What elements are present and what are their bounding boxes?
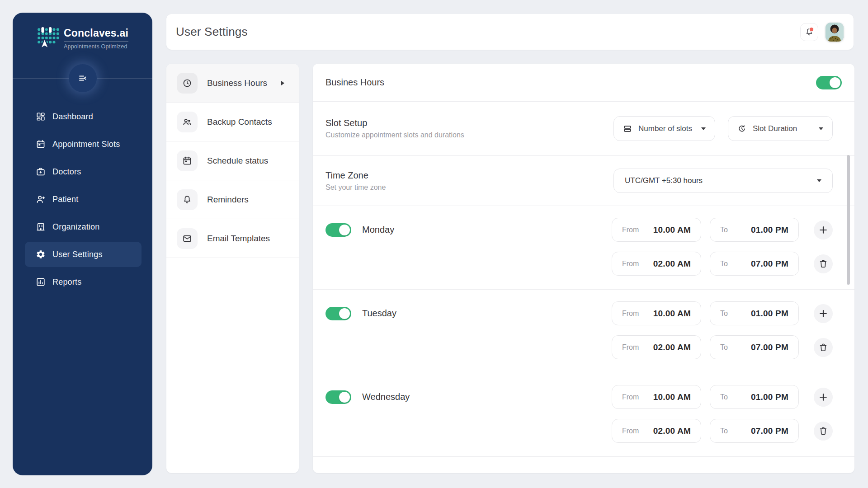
to-time-field[interactable]: To 01.00 PM xyxy=(710,218,799,242)
settings-tab-reminders[interactable]: Reminders xyxy=(166,180,299,219)
app-sidebar: Conclaves.ai Appointments Optimized Dash… xyxy=(13,13,152,475)
plus-icon xyxy=(818,225,829,235)
time-zone-text: Time Zone Set your time zone xyxy=(326,170,386,192)
sidebar-item-doctors[interactable]: Doctors xyxy=(25,159,142,184)
from-time-field[interactable]: From 10.00 AM xyxy=(612,385,701,409)
delete-slot-button[interactable] xyxy=(814,422,833,441)
from-label: From xyxy=(622,226,639,234)
from-time-field[interactable]: From 02.00 AM xyxy=(612,419,701,443)
notifications-button[interactable] xyxy=(800,23,818,41)
slot-row: From 10.00 AM To 01.00 PM xyxy=(612,218,833,242)
sidebar-item-label: Doctors xyxy=(52,167,81,177)
to-value: 07.00 PM xyxy=(751,259,788,269)
day-header: Wednesday xyxy=(326,385,410,409)
sidebar-item-user-settings[interactable]: User Settings xyxy=(25,242,142,267)
to-value: 01.00 PM xyxy=(751,225,788,235)
from-value: 02.00 AM xyxy=(653,259,691,269)
slot-setup-text: Slot Setup Customize appointment slots a… xyxy=(326,118,464,139)
slot-row: From 02.00 AM To 07.00 PM xyxy=(612,419,833,443)
to-time-field[interactable]: To 07.00 PM xyxy=(710,335,799,359)
dashboard-icon xyxy=(35,111,46,122)
to-time-field[interactable]: To 07.00 PM xyxy=(710,252,799,276)
monday-toggle[interactable] xyxy=(326,223,351,237)
from-value: 02.00 AM xyxy=(653,426,691,436)
delete-slot-button[interactable] xyxy=(814,254,833,273)
slot-row: From 10.00 AM To 01.00 PM xyxy=(612,301,833,325)
from-value: 02.00 AM xyxy=(653,343,691,352)
brand-tagline: Appointments Optimized xyxy=(64,43,128,50)
settings-tab-label: Email Templates xyxy=(207,234,270,244)
top-bar: User Settings xyxy=(166,14,854,50)
settings-tab-backup-contacts[interactable]: Backup Contacts xyxy=(166,103,299,141)
sidebar-collapse-button[interactable] xyxy=(69,64,97,92)
dropdown-label: Number of slots xyxy=(638,124,692,133)
settings-tab-business-hours[interactable]: Business Hours xyxy=(166,64,299,103)
sidebar-item-organization[interactable]: Organization xyxy=(25,214,142,239)
sidebar-item-patient[interactable]: Patient xyxy=(25,187,142,212)
brand-logo: Conclaves.ai Appointments Optimized xyxy=(37,27,128,50)
from-label: From xyxy=(622,260,639,268)
from-time-field[interactable]: From 10.00 AM xyxy=(612,218,701,242)
wednesday-toggle[interactable] xyxy=(326,390,351,404)
page: Conclaves.ai Appointments Optimized Dash… xyxy=(0,0,868,488)
collapse-menu-icon xyxy=(77,73,88,84)
sidebar-item-dashboard[interactable]: Dashboard xyxy=(25,104,142,129)
chevron-down-icon xyxy=(819,127,823,130)
to-label: To xyxy=(720,226,728,234)
plus-icon xyxy=(818,392,829,403)
from-time-field[interactable]: From 10.00 AM xyxy=(612,301,701,325)
trash-icon xyxy=(818,259,828,269)
to-time-field[interactable]: To 01.00 PM xyxy=(710,301,799,325)
chevron-down-icon xyxy=(701,127,706,130)
day-section-tuesday: Tuesday From 10.00 AM To 01.00 PM xyxy=(313,290,854,373)
user-avatar[interactable] xyxy=(826,23,844,42)
settings-tab-label: Business Hours xyxy=(207,78,267,88)
slot-row: From 10.00 AM To 01.00 PM xyxy=(612,385,833,409)
to-value: 01.00 PM xyxy=(751,392,788,402)
bar-chart-icon xyxy=(35,277,46,287)
day-slots: From 10.00 AM To 01.00 PM From xyxy=(612,385,833,443)
tuesday-toggle[interactable] xyxy=(326,307,351,320)
slot-row: From 02.00 AM To 07.00 PM xyxy=(612,252,833,276)
time-zone-value: UTC/GMT +5:30 hours xyxy=(625,176,703,185)
day-name: Monday xyxy=(362,225,394,235)
to-time-field[interactable]: To 01.00 PM xyxy=(710,385,799,409)
time-zone-dropdown[interactable]: UTC/GMT +5:30 hours xyxy=(613,169,833,193)
to-label: To xyxy=(720,393,728,401)
delete-slot-button[interactable] xyxy=(814,338,833,357)
settings-tab-email-templates[interactable]: Email Templates xyxy=(166,219,299,258)
number-of-slots-dropdown[interactable]: Number of slots xyxy=(613,116,715,141)
sidebar-item-reports[interactable]: Reports xyxy=(25,269,142,295)
sidebar-item-label: Appointment Slots xyxy=(52,140,120,149)
time-zone-title: Time Zone xyxy=(326,170,386,181)
business-hours-toggle[interactable] xyxy=(816,76,842,89)
settings-tab-schedule-status[interactable]: Schedule status xyxy=(166,141,299,180)
slot-setup-row: Slot Setup Customize appointment slots a… xyxy=(313,102,854,156)
from-time-field[interactable]: From 02.00 AM xyxy=(612,335,701,359)
scrollbar-thumb[interactable] xyxy=(847,155,850,285)
add-slot-button[interactable] xyxy=(814,221,833,239)
business-hours-panel: Busines Hours Slot Setup Customize appoi… xyxy=(313,64,854,473)
brand-divider xyxy=(64,41,128,42)
settings-nav: Business Hours Backup Contacts Schedule … xyxy=(166,64,299,473)
slot-duration-dropdown[interactable]: Slot Duration xyxy=(728,116,833,141)
to-value: 07.00 PM xyxy=(751,426,788,436)
clock-icon xyxy=(177,73,198,94)
sidebar-item-label: User Settings xyxy=(52,250,103,259)
to-label: To xyxy=(720,260,728,268)
chevron-down-icon xyxy=(817,179,821,182)
to-label: To xyxy=(720,427,728,435)
add-slot-button[interactable] xyxy=(814,388,833,407)
rows-icon xyxy=(623,124,632,133)
person-add-icon xyxy=(35,194,46,205)
to-time-field[interactable]: To 07.00 PM xyxy=(710,419,799,443)
settings-tab-label: Schedule status xyxy=(207,156,268,166)
from-time-field[interactable]: From 02.00 AM xyxy=(612,252,701,276)
add-slot-button[interactable] xyxy=(814,304,833,323)
calendar-icon xyxy=(35,139,46,150)
sidebar-nav: Dashboard Appointment Slots Doctors xyxy=(25,104,142,297)
chevron-right-icon xyxy=(281,81,284,85)
page-title: User Settings xyxy=(176,25,248,39)
sidebar-item-appointment-slots[interactable]: Appointment Slots xyxy=(25,131,142,157)
time-zone-subtitle: Set your time zone xyxy=(326,183,386,192)
